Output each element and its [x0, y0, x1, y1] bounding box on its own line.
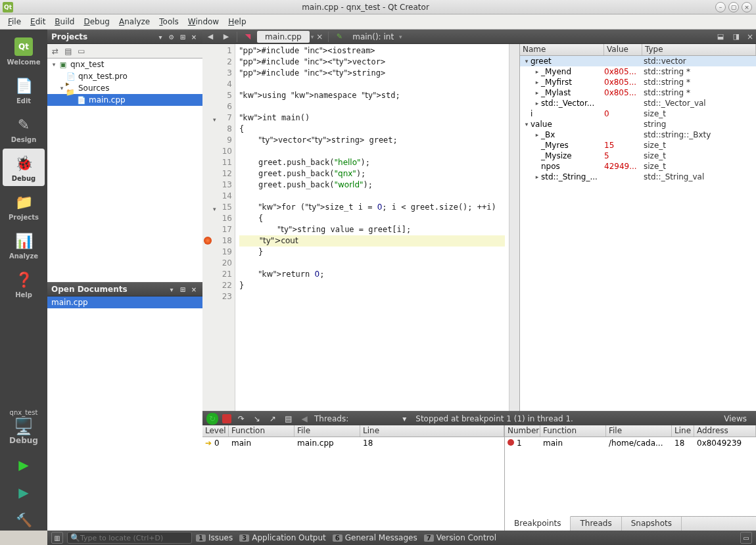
back-icon[interactable]: ◀: [204, 31, 216, 43]
close-split-icon[interactable]: ×: [744, 32, 756, 41]
lock-icon[interactable]: ✎: [333, 31, 345, 43]
tab-breakpoints[interactable]: Breakpoints: [505, 516, 571, 531]
expand-icon[interactable]: ▸: [533, 174, 541, 180]
step-out-icon[interactable]: ↗: [267, 413, 279, 425]
mode-design[interactable]: ✎Design: [3, 110, 45, 147]
filter-icon[interactable]: ⚙: [167, 32, 176, 41]
bp-col-line[interactable]: Line: [672, 425, 694, 437]
step-into-icon[interactable]: ↘: [251, 413, 263, 425]
output-pane-general-messages[interactable]: 6General Messages: [333, 533, 417, 542]
close-icon[interactable]: ×: [189, 32, 199, 41]
menu-edit[interactable]: Edit: [26, 16, 49, 28]
locals-row[interactable]: i0size_t: [520, 108, 756, 119]
mode-edit[interactable]: 📄Edit: [3, 71, 45, 108]
stack-col-level[interactable]: Level: [202, 425, 229, 437]
expand-icon[interactable]: ▾: [523, 121, 531, 128]
output-pane-version-control[interactable]: 7Version Control: [424, 533, 496, 542]
menu-help[interactable]: Help: [224, 16, 250, 28]
locals-row[interactable]: ▸std::_Vector...std::_Vector_val: [520, 98, 756, 108]
expand-icon[interactable]: ▸: [533, 131, 541, 138]
menu-window[interactable]: Window: [184, 16, 223, 28]
locals-col-value[interactable]: Value: [604, 44, 642, 55]
run-button[interactable]: ▶: [13, 457, 34, 473]
split-icon[interactable]: ⊞: [178, 285, 187, 294]
minimize-button[interactable]: –: [715, 2, 726, 12]
expand-icon[interactable]: ▾: [50, 61, 58, 68]
close-tab-icon[interactable]: ×: [314, 32, 325, 41]
locals-row[interactable]: ▸std::_String_...std::_String_val: [520, 172, 756, 182]
locals-row[interactable]: _Mysize5size_t: [520, 151, 756, 161]
filter-icon[interactable]: ▤: [63, 46, 74, 57]
breakpoint-icon[interactable]: [204, 237, 212, 245]
menu-build[interactable]: Build: [51, 16, 78, 28]
document-tab[interactable]: main.cpp: [257, 31, 310, 43]
bp-col-num[interactable]: Number: [505, 425, 540, 437]
expand-icon[interactable]: ▸: [533, 79, 541, 85]
locator-input[interactable]: [80, 534, 189, 542]
bp-col-func[interactable]: Function: [540, 425, 606, 437]
editor-gutter[interactable]: 123456▾7891011121314▾151617181920212223: [202, 44, 235, 411]
output-pane-application-output[interactable]: 3Application Output: [239, 533, 326, 542]
mode-projects[interactable]: 📁Projects: [3, 187, 45, 225]
forward-icon[interactable]: ▶: [220, 31, 232, 43]
open-documents-list[interactable]: main.cpp: [47, 296, 202, 531]
locals-row[interactable]: ▾valuestring: [520, 119, 756, 130]
menu-tools[interactable]: Tools: [155, 16, 183, 28]
tree-item[interactable]: ▾▣qnx_test: [47, 59, 202, 70]
locals-col-type[interactable]: Type: [642, 44, 756, 55]
debug-run-button[interactable]: ▶: [13, 485, 34, 500]
maximize-button[interactable]: ▢: [728, 2, 739, 12]
chevron-down-icon[interactable]: ▾: [167, 285, 176, 294]
locals-row[interactable]: ▾greetstd::vector: [520, 56, 756, 66]
locals-rows[interactable]: ▾greetstd::vector▸_Myend0x805...std::str…: [520, 56, 756, 411]
bp-col-file[interactable]: File: [606, 425, 672, 437]
stop-icon[interactable]: [222, 414, 231, 423]
locals-row[interactable]: ▸_Myend0x805...std::string *: [520, 66, 756, 77]
toggle-output-icon[interactable]: ▭: [740, 532, 752, 544]
locals-row[interactable]: ▸_Mylast0x805...std::string *: [520, 87, 756, 98]
sync-icon[interactable]: ⇄: [50, 46, 60, 57]
symbol-selector[interactable]: main(): int: [347, 32, 399, 41]
stack-body[interactable]: ➔ 0mainmain.cpp18: [202, 437, 504, 531]
close-button[interactable]: ×: [742, 2, 752, 12]
locals-row[interactable]: ▸_Myfirst0x805...std::string *: [520, 77, 756, 87]
mode-analyze[interactable]: 📊Analyze: [3, 226, 45, 264]
toggle-sidebar-icon[interactable]: ▥: [51, 532, 63, 544]
project-tree[interactable]: ▾▣qnx_test📄qnx_test.pro▾▸📁Sources📄main.c…: [47, 59, 202, 282]
locals-row[interactable]: npos42949...size_t: [520, 161, 756, 172]
code-editor[interactable]: 123456▾7891011121314▾151617181920212223 …: [202, 44, 519, 411]
build-button[interactable]: 🔨: [13, 512, 34, 528]
split-vertical-icon[interactable]: ◨: [730, 31, 742, 43]
locator-search[interactable]: 🔍: [67, 532, 192, 544]
expand-icon[interactable]: ▸: [533, 89, 541, 96]
expand-icon[interactable]: ▸: [533, 100, 541, 107]
views-label[interactable]: Views: [719, 414, 752, 423]
continue-icon[interactable]: ↻: [206, 413, 218, 425]
mode-debug[interactable]: 🐞Debug: [3, 149, 45, 186]
tab-snapshots[interactable]: Snapshots: [622, 517, 682, 531]
chevron-down-icon[interactable]: ▾: [399, 34, 402, 40]
editor-code[interactable]: "pp">#include "inc"><iostream> "pp">#inc…: [235, 44, 509, 411]
back-icon[interactable]: ◀: [298, 413, 310, 425]
stack-col-line[interactable]: Line: [360, 425, 504, 437]
breakpoints-body[interactable]: 1main/home/cada...180x8049239: [505, 437, 756, 516]
kit-selector[interactable]: qnx_test🖥️Debug: [9, 406, 38, 448]
bookmark-icon[interactable]: ◥: [242, 31, 254, 43]
menu-file[interactable]: File: [4, 16, 25, 28]
stack-row[interactable]: ➔ 0mainmain.cpp18: [202, 437, 504, 449]
mode-welcome[interactable]: QtWelcome: [3, 32, 45, 70]
split-horizontal-icon[interactable]: ⬓: [715, 31, 726, 43]
expand-icon[interactable]: ▾: [523, 58, 531, 64]
expand-icon[interactable]: ▸: [533, 68, 541, 75]
bp-col-addr[interactable]: Address: [694, 425, 756, 437]
locals-col-name[interactable]: Name: [520, 44, 604, 55]
menu-analyze[interactable]: Analyze: [115, 16, 154, 28]
expand-icon[interactable]: ▾: [58, 85, 66, 91]
close-icon[interactable]: ×: [189, 285, 199, 294]
collapse-icon[interactable]: ▭: [76, 46, 87, 57]
chevron-down-icon[interactable]: ▾: [402, 414, 406, 423]
locals-row[interactable]: ▸_Bxstd::string::_Bxty: [520, 130, 756, 140]
split-icon[interactable]: ⊞: [178, 32, 187, 41]
breakpoint-row[interactable]: 1main/home/cada...180x8049239: [505, 437, 756, 449]
stack-col-func[interactable]: Function: [229, 425, 295, 437]
